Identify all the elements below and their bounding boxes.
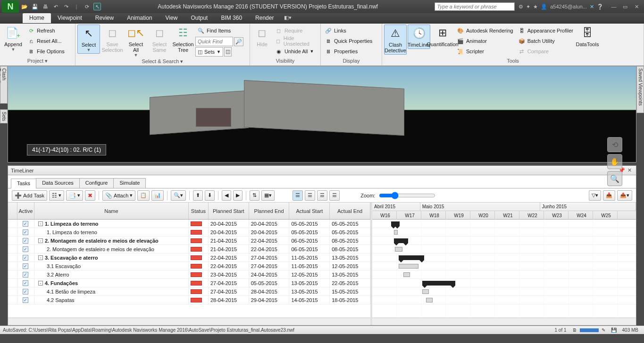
tlbtn-12[interactable]: ⇅ — [250, 190, 259, 201]
task-bar[interactable] — [403, 272, 410, 277]
tlbtn-10[interactable]: ◀ — [222, 190, 231, 201]
select-all-button[interactable]: ◻↖Select All▼ — [125, 24, 147, 58]
tab-animation[interactable]: Animation — [120, 13, 159, 23]
select-same-button[interactable]: ◻Select Same — [148, 24, 171, 54]
tab-output[interactable]: Output — [184, 13, 214, 23]
disk-icon[interactable]: 💾 — [608, 327, 619, 333]
animator-button[interactable]: 🎬Animator — [455, 36, 515, 46]
view-btn-3[interactable]: ☰ — [317, 190, 327, 201]
task-bar[interactable] — [394, 230, 398, 235]
panel-project-label[interactable]: Project ▾ — [2, 58, 73, 65]
key-icon[interactable]: ✦ — [526, 4, 530, 10]
maximize-button[interactable]: ▭ — [619, 4, 631, 10]
save-icon[interactable]: 💾 — [31, 3, 39, 10]
col-actual-end[interactable]: Actual End — [330, 203, 370, 219]
table-row[interactable]: ✓ 3.2 Aterro 23-04-2015 24-04-2015 12-05… — [8, 270, 370, 279]
redo-icon[interactable]: ↷ — [62, 3, 70, 10]
datatools-button[interactable]: 🗄DataTools — [576, 24, 599, 48]
select-button[interactable]: ↖Select▼ — [77, 24, 100, 54]
view-btn-2[interactable]: ☰ — [305, 190, 315, 201]
exchange-icon[interactable]: ✕ — [590, 4, 594, 10]
import-button[interactable]: 📥 — [603, 190, 615, 201]
col-actual-start[interactable]: Actual Start — [289, 203, 330, 219]
col-planned-end[interactable]: Planned End — [249, 203, 290, 219]
task-bar[interactable] — [422, 289, 429, 294]
unhide-all-button[interactable]: ◉Unhide All ▼ — [273, 46, 318, 57]
table-row[interactable]: ✓ 3.1 Escavação 22-04-2015 27-04-2015 11… — [8, 262, 370, 270]
zoom-icon[interactable]: 🔍 — [607, 171, 622, 186]
quantification-button[interactable]: ⊞Quantification — [431, 24, 454, 48]
task-bar[interactable] — [395, 247, 402, 252]
gantt-rows[interactable] — [372, 220, 636, 318]
close-button[interactable]: ✕ — [631, 4, 642, 10]
view-btn-4[interactable]: ☰ — [329, 190, 340, 201]
active-checkbox[interactable]: ✓ — [23, 255, 28, 261]
rendering-button[interactable]: 🎨Autodesk Rendering — [455, 25, 515, 36]
expand-toggle[interactable]: - — [38, 255, 43, 260]
tlbtn-11[interactable]: ▶ — [233, 190, 243, 201]
dock-sets[interactable]: Sets — [0, 109, 8, 123]
insert-task-button[interactable]: ☷▾ — [49, 190, 64, 201]
delete-task-button[interactable]: ✖ — [85, 190, 95, 201]
active-checkbox[interactable]: ✓ — [23, 297, 28, 303]
require-button[interactable]: ◻Require — [273, 25, 318, 36]
active-checkbox[interactable]: ✓ — [23, 272, 28, 278]
expand-toggle[interactable]: - — [38, 221, 43, 226]
star-icon[interactable]: ★ — [533, 4, 538, 10]
expand-toggle[interactable]: - — [38, 238, 43, 243]
sheet-icon[interactable]: 🗎 — [569, 327, 580, 333]
view-btn-1[interactable]: ☰ — [293, 190, 303, 201]
tlbtn-7[interactable]: 🔍▾ — [171, 190, 186, 201]
close-panel-icon[interactable]: ✕ — [626, 167, 633, 173]
appearance-profiler-button[interactable]: 🎛Appearance Profiler — [516, 25, 575, 36]
summary-bar[interactable] — [391, 221, 400, 226]
reset-all-button[interactable]: ⎌Reset All... — [25, 36, 67, 46]
dock-saved-viewpoints[interactable]: Saved Viewpoints — [636, 66, 644, 113]
col-name[interactable]: Name — [34, 203, 189, 219]
expand-toggle[interactable]: - — [38, 281, 43, 286]
export-button[interactable]: 📤▾ — [617, 190, 632, 201]
active-checkbox[interactable]: ✓ — [23, 280, 28, 286]
orbit-icon[interactable]: ⟲ — [607, 137, 622, 152]
hide-button[interactable]: ◻Hide — [252, 24, 272, 48]
file-options-button[interactable]: 🗎File Options — [25, 46, 67, 57]
tab-view[interactable]: View — [159, 13, 184, 23]
refresh-icon[interactable]: ⟳ — [83, 3, 91, 10]
table-row[interactable]: ✓ -4. Fundações 27-04-2015 05-05-2015 13… — [8, 279, 370, 287]
binoculars-icon[interactable]: ⚙ — [519, 4, 523, 10]
task-bar[interactable] — [426, 298, 433, 302]
col-planned-start[interactable]: Planned Start — [209, 203, 249, 219]
batch-utility-button[interactable]: 📦Batch Utility — [516, 36, 575, 46]
task-bar[interactable] — [399, 264, 418, 269]
zoom-slider[interactable] — [379, 192, 435, 199]
find-items-button[interactable]: 🔍Find Items — [195, 25, 243, 36]
tab-review[interactable]: Review — [89, 13, 120, 23]
tl-tab-tasks[interactable]: Tasks — [11, 179, 36, 188]
quick-find-input[interactable] — [195, 37, 233, 46]
autoselect-button[interactable]: 📑▾ — [66, 190, 83, 201]
print-icon[interactable]: 🖶 — [42, 3, 49, 10]
pencil-icon[interactable]: ✎ — [599, 327, 608, 333]
tab-viewpoint[interactable]: Viewpoint — [51, 13, 89, 23]
table-row[interactable]: ✓ 1. Limpeza do terreno 20-04-2015 20-04… — [8, 228, 370, 237]
selection-tree-button[interactable]: ☷Selection Tree — [172, 24, 194, 54]
sets-dropdown[interactable]: ◫Sets▼ — [195, 47, 223, 57]
table-row[interactable]: ✓ 4.1 Betão de limpeza 27-04-2015 28-04-… — [8, 287, 370, 296]
tlbtn-9[interactable]: ⬇ — [205, 190, 215, 201]
panel-select-label[interactable]: Select & Search ▾ — [77, 58, 248, 65]
summary-bar[interactable] — [422, 281, 455, 286]
gantt-hscroll[interactable] — [372, 318, 636, 325]
summary-bar[interactable] — [394, 238, 408, 243]
dock-clash-detective[interactable]: Clash Detective — [0, 66, 8, 104]
open-icon[interactable]: 📂 — [21, 3, 28, 10]
save-selection-button[interactable]: ◻Save Selection — [101, 24, 124, 54]
summary-bar[interactable] — [399, 255, 424, 260]
attach-button[interactable]: 📎Attach▾ — [102, 190, 135, 201]
col-rowselect[interactable] — [8, 203, 17, 219]
clash-detective-button[interactable]: ⚠Clash Detective — [384, 24, 407, 55]
tab-render[interactable]: Render — [249, 13, 280, 23]
tlbtn-8[interactable]: ⬆ — [193, 190, 203, 201]
search-input[interactable] — [435, 2, 515, 11]
tlbtn-5[interactable]: 📋 — [137, 190, 150, 201]
quick-find-go-icon[interactable]: 🔎 — [234, 37, 243, 46]
